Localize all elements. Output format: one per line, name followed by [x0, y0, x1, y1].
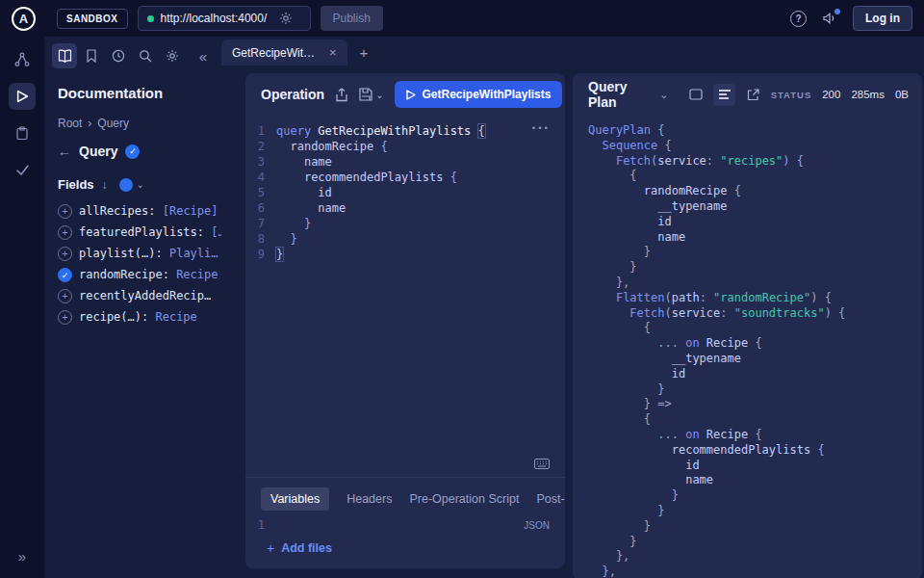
code-line: Flatten(path: "randomRecipe") {	[588, 291, 922, 306]
help-icon[interactable]: ?	[790, 11, 807, 27]
operation-bottom-tab-variables[interactable]: Variables	[261, 487, 329, 511]
code-line: 2 randomRecipe {	[245, 139, 565, 154]
run-operation-button[interactable]: GetRecipeWithPlaylists	[395, 81, 563, 108]
filter-dot-icon	[119, 178, 133, 192]
back-arrow-icon[interactable]: ←	[58, 144, 71, 159]
body: » « Documen	[0, 37, 924, 578]
code-line: Fetch(service: "recipes") {	[588, 154, 922, 170]
code-line: } =>	[588, 397, 922, 412]
type-selected-check-icon[interactable]: ✓	[125, 144, 140, 159]
variables-editor[interactable]: 1 JSON	[245, 518, 565, 532]
code-line: id	[588, 215, 922, 230]
field-label: recipe(…): Recipe	[79, 310, 197, 324]
code-line: },	[588, 276, 922, 291]
notification-dot	[834, 9, 840, 14]
collapse-docs-icon[interactable]: «	[192, 48, 214, 65]
fields-filter-toggle[interactable]: ⌄	[119, 178, 144, 192]
code-line: __typename	[588, 199, 922, 215]
connection-settings-gear-icon[interactable]	[279, 12, 293, 25]
field-add-icon[interactable]: +	[58, 310, 72, 325]
chevron-down-icon[interactable]: ⌄	[659, 89, 668, 101]
code-line: 5 id	[245, 185, 565, 200]
field-add-icon[interactable]: +	[58, 289, 72, 303]
plan-text-view-icon[interactable]	[713, 84, 735, 106]
operation-tab-title: GetRecipeWithPlaylists	[232, 46, 321, 60]
apollo-logo[interactable]: A	[12, 7, 36, 31]
announcements-icon[interactable]	[822, 12, 837, 25]
left-nav-rail: »	[0, 37, 44, 578]
operation-bottom-tab-pre-operation-script[interactable]: Pre-Operation Script	[409, 492, 519, 506]
publish-button[interactable]: Publish	[321, 6, 383, 31]
operation-menu-ellipsis-icon[interactable]: •••	[531, 123, 550, 133]
status-label: STATUS	[771, 90, 812, 100]
breadcrumb-separator: ›	[88, 117, 91, 130]
code-line: 8 }	[245, 231, 565, 247]
connection-status-dot	[147, 15, 154, 22]
code-line: Sequence {	[588, 139, 922, 154]
expand-rail-icon[interactable]: »	[18, 548, 26, 565]
code-line: id	[588, 367, 922, 382]
chevron-down-icon[interactable]: ⌄	[375, 90, 383, 100]
field-add-icon[interactable]: +	[58, 225, 72, 240]
new-tab-icon[interactable]: +	[347, 44, 381, 66]
add-files-button[interactable]: + Add files	[245, 532, 565, 568]
schema-nav-icon[interactable]	[9, 119, 36, 146]
keyboard-shortcuts-icon[interactable]	[534, 459, 550, 469]
field-item-playlist[interactable]: +playlist(…): Playli…	[58, 243, 221, 264]
code-line: 1query GetRecipeWithPlaylists {	[245, 123, 565, 139]
response-duration: 285ms	[851, 89, 885, 100]
graph-nav-icon[interactable]	[9, 46, 36, 73]
settings-gear-icon[interactable]	[160, 43, 185, 68]
code-line: __typename	[588, 352, 922, 367]
share-operation-icon[interactable]	[335, 88, 348, 102]
response-status: STATUS 200 285ms 0B	[771, 89, 909, 100]
add-files-label: Add files	[281, 541, 332, 555]
operation-bottom-tab-headers[interactable]: Headers	[346, 492, 392, 506]
open-external-icon[interactable]	[742, 84, 764, 106]
code-line: QueryPlan {	[588, 123, 922, 139]
field-item-recentlyAddedRecip[interactable]: +recentlyAddedRecip…	[58, 285, 221, 306]
code-line: {	[588, 412, 922, 428]
query-plan-card: Query Plan ⌄ STATUS 200	[573, 73, 922, 578]
login-button[interactable]: Log in	[853, 6, 912, 31]
field-add-icon[interactable]: +	[58, 247, 72, 261]
docs-toolbar: «	[44, 37, 221, 68]
fields-heading-row: Fields ↓ ⌄	[44, 163, 221, 200]
field-check-icon[interactable]: ✓	[58, 268, 72, 282]
code-line: Fetch(service: "soundtracks") {	[588, 306, 922, 322]
operation-tabbar: GetRecipeWithPlaylists × +	[221, 37, 924, 66]
query-plan-heading[interactable]: Query Plan	[588, 79, 653, 110]
chevron-down-icon: ⌄	[137, 179, 144, 190]
field-item-allRecipes[interactable]: +allRecipes: [Recipe]	[58, 200, 221, 222]
save-operation-icon[interactable]: ⌄	[359, 88, 383, 101]
close-tab-icon[interactable]: ×	[329, 45, 337, 60]
search-icon[interactable]	[133, 43, 158, 68]
operation-editor[interactable]: ••• 1query GetRecipeWithPlaylists {2 ran…	[245, 116, 565, 477]
documentation-tab-icon[interactable]	[52, 43, 77, 68]
endpoint-url-input[interactable]: http://localhost:4000/	[138, 6, 311, 31]
play-icon	[406, 90, 416, 100]
topbar-right: ? Log in	[790, 6, 912, 31]
variables-line-number: 1	[245, 518, 276, 532]
field-label: randomRecipe: Recipe	[79, 268, 218, 281]
code-line: }	[588, 519, 922, 535]
code-line: name	[588, 473, 922, 488]
operation-bottom-tab-post-operation-script[interactable]: Post-Operation Script	[536, 492, 565, 506]
checks-nav-icon[interactable]	[9, 156, 36, 183]
field-add-icon[interactable]: +	[58, 204, 72, 219]
bookmarks-icon[interactable]	[79, 43, 104, 68]
operation-tab[interactable]: GetRecipeWithPlaylists ×	[221, 39, 347, 66]
code-line: {	[588, 169, 922, 184]
endpoint-url-value: http://localhost:4000/	[161, 12, 268, 25]
field-item-randomRecipe[interactable]: ✓randomRecipe: Recipe	[58, 264, 221, 285]
plan-chart-view-icon[interactable]	[684, 84, 706, 106]
breadcrumb-root[interactable]: Root	[58, 117, 82, 130]
field-item-featuredPlaylists[interactable]: +featuredPlaylists: […	[58, 222, 221, 243]
code-line: }	[588, 382, 922, 398]
sort-fields-icon[interactable]: ↓	[102, 178, 108, 192]
history-icon[interactable]	[106, 43, 131, 68]
sandbox-badge[interactable]: SANDBOX	[57, 9, 128, 29]
field-item-recipe[interactable]: +recipe(…): Recipe	[58, 306, 221, 328]
explorer-nav-icon[interactable]	[9, 83, 36, 110]
field-label: allRecipes: [Recipe]	[79, 204, 218, 218]
